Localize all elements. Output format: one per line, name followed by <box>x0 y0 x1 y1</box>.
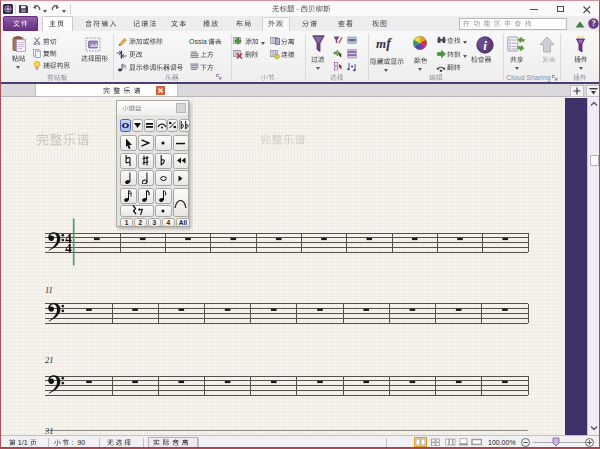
svg-text:?: ? <box>591 18 595 28</box>
svg-text:i: i <box>483 37 487 52</box>
